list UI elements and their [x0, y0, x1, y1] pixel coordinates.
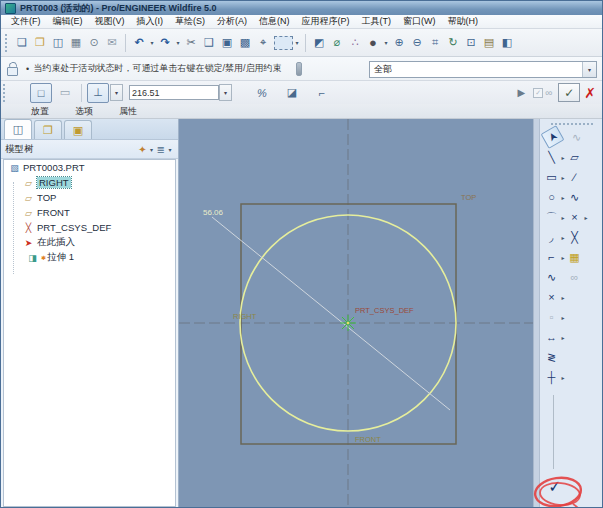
tab-options[interactable]: 选项 — [75, 105, 93, 118]
filter-dropdown[interactable]: 全部 ▾ — [369, 61, 597, 78]
constraint-tool[interactable]: ┼ — [544, 369, 559, 385]
menu-help[interactable]: 帮助(H) — [442, 15, 485, 28]
layers-icon[interactable]: ▤ — [480, 34, 498, 51]
flyout-arrow-icon[interactable]: ▸ — [559, 174, 567, 181]
tree-display-icon[interactable]: ≣ — [157, 144, 165, 155]
tab-placement[interactable]: 放置 — [31, 105, 49, 118]
flyout-arrow-icon[interactable]: ▸ — [559, 234, 567, 241]
spline-tool[interactable]: ∿ — [544, 269, 559, 285]
line-tool[interactable]: ╲ — [544, 149, 559, 165]
menu-info[interactable]: 信息(N) — [253, 15, 296, 28]
circle-tool[interactable]: ○ — [544, 189, 559, 205]
datum-points-toggle-icon[interactable]: ∴ — [346, 34, 364, 51]
chamfer-tool[interactable]: ⌐ — [544, 249, 559, 265]
view-manager-icon[interactable]: ◧ — [498, 34, 516, 51]
redo-dropdown-icon[interactable]: ▾ — [174, 39, 182, 46]
flyout-arrow-icon[interactable]: ▸ — [559, 334, 567, 341]
flyout-arrow-icon[interactable]: ▸ — [559, 254, 567, 261]
dashboard-drag-handle[interactable] — [3, 84, 7, 102]
display-style-icon[interactable]: ● — [364, 34, 382, 51]
save-icon[interactable]: ◫ — [49, 34, 67, 51]
tree-item-part[interactable]: ▧ PRT0003.PRT — [4, 160, 175, 175]
redo-icon[interactable]: ↷ — [156, 34, 174, 51]
print-icon[interactable]: ▦ — [67, 34, 85, 51]
flyout-arrow-icon[interactable]: ▸ — [559, 294, 567, 301]
saved-views-icon[interactable]: ⊡ — [462, 34, 480, 51]
menu-tools[interactable]: 工具(T) — [356, 15, 398, 28]
palette-tool[interactable]: ▦ — [567, 249, 582, 265]
csys-center-marker[interactable] — [340, 315, 356, 331]
tree-item-top-plane[interactable]: ▱ TOP — [4, 190, 175, 205]
wave-tool[interactable]: ∿ — [567, 189, 582, 205]
copy-icon[interactable]: ❑ — [200, 34, 218, 51]
tree-item-front-plane[interactable]: ▱ FRONT — [4, 205, 175, 220]
resume-button[interactable]: ▶ — [517, 87, 525, 98]
menu-edit[interactable]: 编辑(E) — [47, 15, 89, 28]
dimension-tool[interactable]: ↔ — [544, 329, 559, 345]
depth-option-button[interactable]: ⊥ — [87, 83, 109, 103]
centerline-tool[interactable]: ∕ — [567, 169, 582, 185]
use-edge-tool[interactable]: ▫ — [544, 309, 559, 325]
undo-icon[interactable]: ↶ — [130, 34, 148, 51]
print-preview-icon[interactable]: ⊙ — [85, 34, 103, 51]
arc-tool[interactable]: ⌒ — [544, 209, 559, 225]
fillet-tool[interactable]: ◞ — [544, 229, 559, 245]
tree-item-insert-here[interactable]: ➤ 在此插入 — [4, 235, 175, 250]
paste-special-icon[interactable]: ▩ — [236, 34, 254, 51]
menu-analysis[interactable]: 分析(A) — [211, 15, 253, 28]
dashboard-cancel-button[interactable]: ✗ — [584, 85, 596, 101]
flyout-arrow-icon[interactable]: ▸ — [559, 154, 567, 161]
select-box-icon[interactable] — [274, 36, 293, 50]
parallelogram-tool[interactable]: ▱ — [567, 149, 582, 165]
select-box-dropdown-icon[interactable]: ▾ — [293, 39, 301, 46]
zoom-in-icon[interactable]: ⊕ — [390, 34, 408, 51]
sketch-done-button[interactable]: ✓ — [547, 477, 562, 497]
paste-icon[interactable]: ▣ — [218, 34, 236, 51]
menu-sketch[interactable]: 草绘(S) — [169, 15, 211, 28]
points-tool[interactable]: × — [567, 209, 582, 225]
menu-file[interactable]: 文件(F) — [5, 15, 47, 28]
cut-icon[interactable]: ✂ — [182, 34, 200, 51]
flyout-arrow-icon[interactable]: ▸ — [559, 374, 567, 381]
tree-item-csys[interactable]: ╳ PRT_CSYS_DEF — [4, 220, 175, 235]
solid-button[interactable]: □ — [30, 83, 52, 103]
select-alt-tool[interactable]: ∿ — [569, 129, 584, 145]
depth-value-input[interactable] — [129, 85, 219, 100]
delete-segment-tool[interactable]: ╳ — [567, 229, 582, 245]
menu-view[interactable]: 视图(V) — [89, 15, 131, 28]
flyout-arrow-icon[interactable]: ▸ — [559, 214, 567, 221]
dimension-value[interactable]: 56.06 — [203, 208, 224, 217]
refit-icon[interactable]: ⌗ — [426, 34, 444, 51]
modify-tool[interactable]: ≷ — [544, 349, 559, 365]
folder-browser-tab[interactable]: ❐ — [34, 120, 62, 139]
find-icon[interactable]: ⌖ — [254, 34, 272, 51]
flyout-arrow-icon[interactable]: ▸ — [559, 194, 567, 201]
flyout-arrow-icon[interactable]: ▸ — [559, 314, 567, 321]
send-mail-icon[interactable]: ✉ — [103, 34, 121, 51]
menu-window[interactable]: 窗口(W) — [397, 15, 442, 28]
flip-direction-button[interactable]: % — [251, 83, 273, 103]
point-tool[interactable]: × — [544, 289, 559, 305]
tree-item-extrude[interactable]: ◨ ✱ 拉伸 1 — [4, 250, 175, 265]
flyout-arrow-icon[interactable]: ▸ — [582, 214, 590, 221]
toolbar-drag-handle[interactable] — [5, 34, 9, 52]
depth-option-dropdown-icon[interactable]: ▾ — [110, 84, 123, 101]
remove-material-button[interactable]: ◪ — [281, 83, 303, 103]
datum-planes-toggle-icon[interactable]: ◩ — [310, 34, 328, 51]
datum-axes-toggle-icon[interactable]: ⌀ — [328, 34, 346, 51]
sketcher-toolbar-drag-handle[interactable] — [551, 123, 593, 125]
reorient-icon[interactable]: ↻ — [444, 34, 462, 51]
thicken-sketch-button[interactable]: ⌐ — [311, 83, 333, 103]
pointer-tool[interactable]: ➤ — [540, 125, 564, 149]
menu-insert[interactable]: 插入(I) — [131, 15, 170, 28]
new-file-icon[interactable]: ❏ — [13, 34, 31, 51]
undo-dropdown-icon[interactable]: ▾ — [148, 39, 156, 46]
chain-tool[interactable]: ∞ — [567, 269, 582, 285]
tree-display-dropdown-icon[interactable]: ▾ — [166, 146, 174, 153]
menu-applications[interactable]: 应用程序(P) — [296, 15, 356, 28]
open-file-icon[interactable]: ❐ — [31, 34, 49, 51]
favorites-tab[interactable]: ▣ — [64, 120, 92, 139]
tree-settings-dropdown-icon[interactable]: ▾ — [148, 146, 156, 153]
filter-dropdown-arrow-icon[interactable]: ▾ — [582, 62, 596, 77]
surface-button[interactable]: ▭ — [54, 83, 76, 103]
